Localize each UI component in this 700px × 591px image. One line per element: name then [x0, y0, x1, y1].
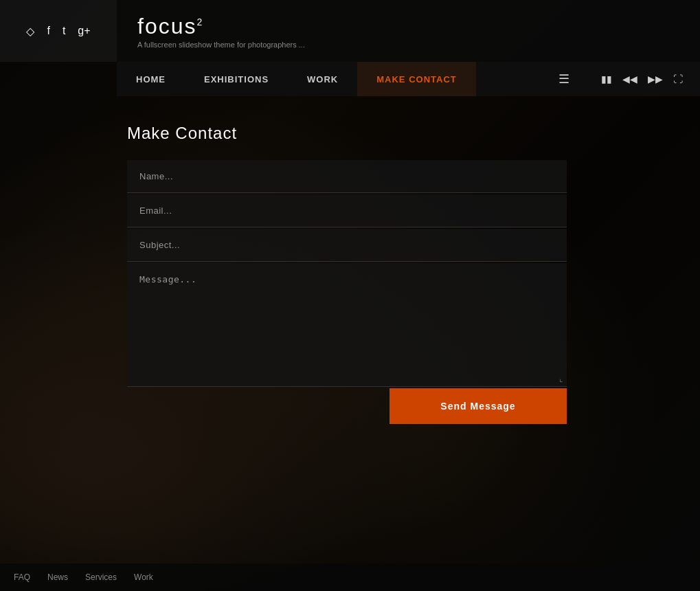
fullscreen-button[interactable]: ⛶ [673, 74, 683, 85]
nav-make-contact[interactable]: MAKE CONTACT [357, 62, 475, 96]
pause-button[interactable]: ▮▮ [601, 74, 612, 85]
main-content: Make Contact ⌞ Send Message [0, 96, 700, 564]
pinterest-icon[interactable]: ◇ [26, 25, 34, 38]
page-title: Make Contact [127, 124, 573, 143]
rewind-button[interactable]: ◀◀ [622, 74, 637, 85]
contact-form: ⌞ Send Message [127, 160, 567, 424]
hamburger-menu-icon[interactable]: ☰ [558, 71, 569, 87]
subject-input[interactable] [127, 229, 567, 262]
twitter-icon[interactable]: t [63, 25, 65, 37]
navigation: HOME EXHIBITIONS WORK MAKE CONTACT ☰ [117, 62, 583, 96]
brand-subtitle: A fullscreen slideshow theme for photogr… [137, 41, 305, 49]
nav-work[interactable]: WORK [288, 62, 357, 96]
footer: FAQ News Services Work [0, 564, 700, 591]
send-message-button[interactable]: Send Message [389, 388, 567, 424]
nav-home[interactable]: HOME [117, 62, 185, 96]
resize-handle-icon: ⌞ [559, 374, 563, 383]
brand: focus2 A fullscreen slideshow theme for … [117, 14, 326, 49]
email-input[interactable] [127, 194, 567, 227]
brand-title: focus2 [137, 14, 305, 39]
name-input[interactable] [127, 160, 567, 193]
slideshow-controls: ▮▮ ◀◀ ▶▶ ⛶ [583, 62, 700, 96]
footer-link-news[interactable]: News [47, 572, 68, 582]
submit-row: Send Message [127, 388, 567, 424]
facebook-icon[interactable]: f [47, 25, 49, 37]
header: ◇ f t g+ focus2 A fullscreen slideshow t… [0, 0, 700, 62]
footer-link-services[interactable]: Services [85, 572, 117, 582]
message-textarea[interactable] [127, 263, 567, 387]
forward-button[interactable]: ▶▶ [648, 74, 663, 85]
nav-exhibitions[interactable]: EXHIBITIONS [185, 62, 288, 96]
footer-link-faq[interactable]: FAQ [14, 572, 30, 582]
social-panel: ◇ f t g+ [0, 0, 117, 62]
message-container: ⌞ [127, 263, 567, 387]
googleplus-icon[interactable]: g+ [78, 25, 90, 37]
footer-link-work[interactable]: Work [134, 572, 153, 582]
